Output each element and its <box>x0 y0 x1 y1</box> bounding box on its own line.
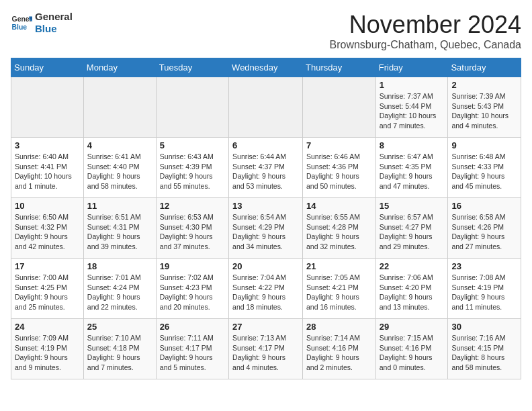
day-cell: 25Sunrise: 7:10 AM Sunset: 4:18 PM Dayli… <box>83 319 156 379</box>
day-info: Sunrise: 6:47 AM Sunset: 4:35 PM Dayligh… <box>380 152 445 191</box>
week-row-3: 10Sunrise: 6:50 AM Sunset: 4:32 PM Dayli… <box>11 198 521 259</box>
day-number: 1 <box>380 80 445 90</box>
svg-text:Blue: Blue <box>12 24 28 31</box>
day-number: 17 <box>15 261 80 271</box>
day-info: Sunrise: 7:09 AM Sunset: 4:19 PM Dayligh… <box>15 333 80 373</box>
day-cell: 8Sunrise: 6:47 AM Sunset: 4:35 PM Daylig… <box>375 138 448 198</box>
day-number: 3 <box>15 140 80 150</box>
day-cell: 26Sunrise: 7:11 AM Sunset: 4:17 PM Dayli… <box>156 319 228 379</box>
day-cell: 30Sunrise: 7:16 AM Sunset: 4:15 PM Dayli… <box>448 319 521 379</box>
day-info: Sunrise: 7:13 AM Sunset: 4:17 PM Dayligh… <box>232 333 299 373</box>
day-info: Sunrise: 6:43 AM Sunset: 4:39 PM Dayligh… <box>160 152 225 191</box>
title-area: November 2024 Brownsburg-Chatham, Quebec… <box>330 11 522 51</box>
day-cell: 21Sunrise: 7:05 AM Sunset: 4:21 PM Dayli… <box>303 259 376 319</box>
day-number: 7 <box>306 140 372 150</box>
header: General Blue General Blue November 2024 … <box>11 11 521 51</box>
day-info: Sunrise: 6:57 AM Sunset: 4:27 PM Dayligh… <box>380 212 445 252</box>
week-row-1: 1Sunrise: 7:37 AM Sunset: 5:44 PM Daylig… <box>11 77 521 138</box>
day-cell: 22Sunrise: 7:06 AM Sunset: 4:20 PM Dayli… <box>375 259 448 319</box>
day-number: 9 <box>451 140 517 150</box>
day-cell: 28Sunrise: 7:14 AM Sunset: 4:16 PM Dayli… <box>303 319 376 379</box>
day-cell <box>229 77 303 138</box>
day-info: Sunrise: 7:10 AM Sunset: 4:18 PM Dayligh… <box>87 333 152 373</box>
day-cell: 7Sunrise: 6:46 AM Sunset: 4:36 PM Daylig… <box>303 138 376 198</box>
header-sunday: Sunday <box>11 58 84 77</box>
day-info: Sunrise: 7:00 AM Sunset: 4:25 PM Dayligh… <box>15 273 80 312</box>
day-number: 22 <box>380 261 445 271</box>
day-info: Sunrise: 6:44 AM Sunset: 4:37 PM Dayligh… <box>232 152 299 191</box>
day-cell: 10Sunrise: 6:50 AM Sunset: 4:32 PM Dayli… <box>11 198 84 259</box>
header-tuesday: Tuesday <box>156 58 228 77</box>
day-number: 15 <box>380 201 445 211</box>
logo-line2: Blue <box>35 23 73 35</box>
calendar-header-row: SundayMondayTuesdayWednesdayThursdayFrid… <box>11 58 521 77</box>
day-info: Sunrise: 7:37 AM Sunset: 5:44 PM Dayligh… <box>380 91 445 131</box>
day-cell: 4Sunrise: 6:41 AM Sunset: 4:40 PM Daylig… <box>83 138 156 198</box>
day-number: 11 <box>87 201 152 211</box>
day-info: Sunrise: 7:01 AM Sunset: 4:24 PM Dayligh… <box>87 273 152 312</box>
day-cell: 6Sunrise: 6:44 AM Sunset: 4:37 PM Daylig… <box>229 138 303 198</box>
day-cell <box>156 77 228 138</box>
day-cell: 2Sunrise: 7:39 AM Sunset: 5:43 PM Daylig… <box>448 77 521 138</box>
header-monday: Monday <box>83 58 156 77</box>
day-info: Sunrise: 7:15 AM Sunset: 4:16 PM Dayligh… <box>380 333 445 373</box>
logo-icon: General Blue <box>11 12 32 34</box>
day-info: Sunrise: 6:54 AM Sunset: 4:29 PM Dayligh… <box>232 212 299 252</box>
day-cell: 29Sunrise: 7:15 AM Sunset: 4:16 PM Dayli… <box>375 319 448 379</box>
day-cell: 17Sunrise: 7:00 AM Sunset: 4:25 PM Dayli… <box>11 259 84 319</box>
day-info: Sunrise: 6:41 AM Sunset: 4:40 PM Dayligh… <box>87 152 152 191</box>
day-number: 30 <box>451 322 517 332</box>
month-title: November 2024 <box>330 11 522 39</box>
day-cell: 13Sunrise: 6:54 AM Sunset: 4:29 PM Dayli… <box>229 198 303 259</box>
header-thursday: Thursday <box>303 58 376 77</box>
day-info: Sunrise: 6:50 AM Sunset: 4:32 PM Dayligh… <box>15 212 80 252</box>
day-number: 25 <box>87 322 152 332</box>
day-number: 23 <box>451 261 517 271</box>
day-number: 29 <box>380 322 445 332</box>
day-number: 19 <box>160 261 225 271</box>
day-number: 18 <box>87 261 152 271</box>
day-cell <box>11 77 84 138</box>
day-number: 20 <box>232 261 299 271</box>
day-info: Sunrise: 7:05 AM Sunset: 4:21 PM Dayligh… <box>306 273 372 312</box>
day-cell: 20Sunrise: 7:04 AM Sunset: 4:22 PM Dayli… <box>229 259 303 319</box>
day-info: Sunrise: 6:40 AM Sunset: 4:41 PM Dayligh… <box>15 152 80 191</box>
day-number: 5 <box>160 140 225 150</box>
day-cell <box>83 77 156 138</box>
week-row-5: 24Sunrise: 7:09 AM Sunset: 4:19 PM Dayli… <box>11 319 521 379</box>
week-row-4: 17Sunrise: 7:00 AM Sunset: 4:25 PM Dayli… <box>11 259 521 319</box>
header-wednesday: Wednesday <box>229 58 303 77</box>
day-info: Sunrise: 7:08 AM Sunset: 4:19 PM Dayligh… <box>451 273 517 312</box>
day-number: 6 <box>232 140 299 150</box>
location-title: Brownsburg-Chatham, Quebec, Canada <box>330 39 522 51</box>
day-number: 27 <box>232 322 299 332</box>
day-number: 16 <box>451 201 517 211</box>
day-cell: 19Sunrise: 7:02 AM Sunset: 4:23 PM Dayli… <box>156 259 228 319</box>
day-cell: 24Sunrise: 7:09 AM Sunset: 4:19 PM Dayli… <box>11 319 84 379</box>
day-info: Sunrise: 7:02 AM Sunset: 4:23 PM Dayligh… <box>160 273 225 312</box>
day-info: Sunrise: 7:06 AM Sunset: 4:20 PM Dayligh… <box>380 273 445 312</box>
day-info: Sunrise: 6:55 AM Sunset: 4:28 PM Dayligh… <box>306 212 372 252</box>
day-info: Sunrise: 6:46 AM Sunset: 4:36 PM Dayligh… <box>306 152 372 191</box>
day-number: 14 <box>306 201 372 211</box>
calendar-table: SundayMondayTuesdayWednesdayThursdayFrid… <box>11 58 521 379</box>
day-number: 13 <box>232 201 299 211</box>
day-info: Sunrise: 6:58 AM Sunset: 4:26 PM Dayligh… <box>451 212 517 252</box>
logo-line1: General <box>35 11 73 23</box>
day-cell: 3Sunrise: 6:40 AM Sunset: 4:41 PM Daylig… <box>11 138 84 198</box>
day-number: 26 <box>160 322 225 332</box>
day-cell: 15Sunrise: 6:57 AM Sunset: 4:27 PM Dayli… <box>375 198 448 259</box>
day-number: 21 <box>306 261 372 271</box>
header-saturday: Saturday <box>448 58 521 77</box>
day-number: 12 <box>160 201 225 211</box>
day-number: 28 <box>306 322 372 332</box>
day-info: Sunrise: 6:53 AM Sunset: 4:30 PM Dayligh… <box>160 212 225 252</box>
day-number: 4 <box>87 140 152 150</box>
day-number: 10 <box>15 201 80 211</box>
day-number: 8 <box>380 140 445 150</box>
day-cell: 12Sunrise: 6:53 AM Sunset: 4:30 PM Dayli… <box>156 198 228 259</box>
day-cell: 16Sunrise: 6:58 AM Sunset: 4:26 PM Dayli… <box>448 198 521 259</box>
day-cell: 27Sunrise: 7:13 AM Sunset: 4:17 PM Dayli… <box>229 319 303 379</box>
day-number: 2 <box>451 80 517 90</box>
day-cell: 1Sunrise: 7:37 AM Sunset: 5:44 PM Daylig… <box>375 77 448 138</box>
